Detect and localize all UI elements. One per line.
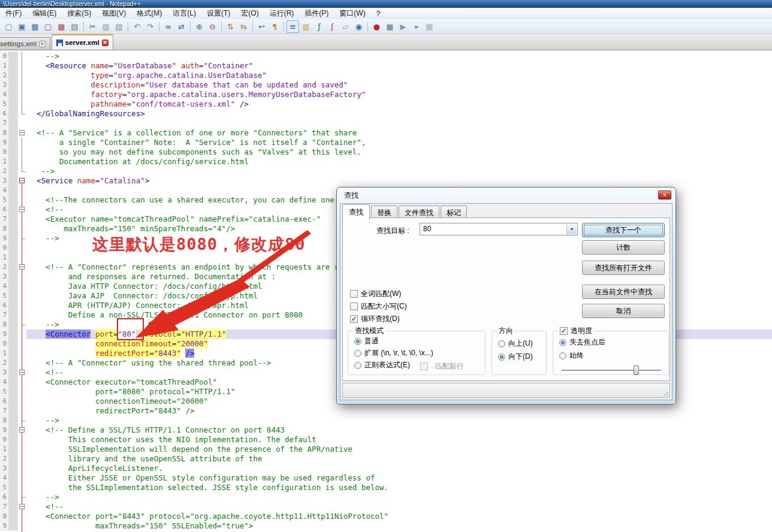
menu-item-窗口(W)[interactable]: 窗口(W) bbox=[334, 7, 370, 20]
editor-line[interactable]: 3 AprLifecycleListener. bbox=[0, 464, 772, 473]
tab-close-icon[interactable]: × bbox=[39, 41, 46, 47]
find-target-combobox[interactable]: 80 ▼ bbox=[420, 223, 578, 235]
cut-icon[interactable]: ✂ bbox=[86, 20, 99, 33]
radio-向下(D)[interactable]: 向下(D) bbox=[498, 352, 533, 362]
radio-普通[interactable]: 普通 bbox=[354, 336, 379, 346]
monitoring-eye-icon[interactable]: ◉ bbox=[352, 20, 365, 33]
stop-macro-icon[interactable]: ■ bbox=[384, 20, 396, 33]
radio-button[interactable] bbox=[559, 339, 566, 346]
editor-line[interactable]: 6 </GlobalNamingResources> bbox=[0, 109, 772, 119]
menu-item-搜索(S)[interactable]: 搜索(S) bbox=[62, 7, 96, 20]
doc-map-icon[interactable]: ▥ bbox=[300, 20, 312, 33]
find-dialog[interactable]: 查找 × 查找替换文件查找标记 查找目标 : 80 ▼ 查找下一个计数查找所有打… bbox=[336, 187, 676, 404]
run-macro-multiple-icon[interactable]: » bbox=[410, 20, 423, 33]
radio-button[interactable] bbox=[354, 350, 361, 357]
radio-失去焦点后[interactable]: 失去焦点后 bbox=[559, 337, 605, 347]
option-全词匹配(W)[interactable]: 全词匹配(W) bbox=[350, 288, 407, 300]
editor-line[interactable]: 2 library and the useOpenSSL attribute o… bbox=[0, 454, 772, 464]
radio-button[interactable] bbox=[559, 352, 566, 359]
radio-button[interactable] bbox=[354, 338, 361, 345]
editor-line[interactable]: 7 bbox=[0, 119, 772, 128]
menu-item-设置(T)[interactable]: 设置(T) bbox=[201, 7, 236, 20]
find-icon[interactable]: ∞ bbox=[162, 20, 174, 33]
editor-line[interactable]: 4 factory="org.apache.catalina.users.Mem… bbox=[0, 90, 772, 99]
undo-icon[interactable]: ↶ bbox=[131, 20, 143, 33]
editor-line[interactable]: 1 Documentation at /docs/config/service.… bbox=[0, 157, 772, 167]
checkbox[interactable]: ✓ bbox=[350, 315, 358, 323]
fold-collapse-icon[interactable] bbox=[19, 427, 25, 433]
editor-line[interactable]: 9 a single "Container" Note: A "Service"… bbox=[0, 138, 772, 147]
button-查找所有打开文件[interactable]: 查找所有打开文件 bbox=[582, 261, 665, 275]
show-all-chars-icon[interactable]: ¶ bbox=[269, 20, 281, 33]
fold-collapse-icon[interactable] bbox=[19, 370, 25, 375]
transparency-checkbox[interactable]: ✓ bbox=[560, 327, 568, 335]
menu-item-?[interactable]: ? bbox=[371, 8, 386, 19]
zoom-out-icon[interactable]: ⊖ bbox=[206, 20, 219, 33]
copy-icon[interactable]: ▥ bbox=[99, 20, 112, 33]
zoom-in-icon[interactable]: ⊕ bbox=[193, 20, 206, 33]
checkbox[interactable] bbox=[350, 290, 358, 298]
transparency-slider[interactable] bbox=[562, 367, 661, 373]
editor-line[interactable]: 7 redirectPort="8443" /> bbox=[0, 406, 772, 416]
matches-newline-checkbox[interactable] bbox=[420, 362, 428, 370]
plugin-icon[interactable]: ʃ bbox=[326, 20, 339, 33]
option-循环查找(D)[interactable]: ✓循环查找(D) bbox=[350, 313, 407, 325]
sync-horizontal-icon[interactable]: ⇆ bbox=[237, 20, 250, 33]
radio-扩展 (\n, \r, \t, \0, \x...)[interactable]: 扩展 (\n, \r, \t, \0, \x...) bbox=[354, 348, 433, 358]
function-list-icon[interactable]: ƒ bbox=[313, 20, 325, 33]
button-计数[interactable]: 计数 bbox=[582, 240, 665, 255]
editor-line[interactable]: 2 type="org.apache.catalina.UserDatabase… bbox=[0, 71, 772, 80]
file-tab-server.xml[interactable]: server.xml× bbox=[52, 34, 113, 50]
menu-item-格式(M)[interactable]: 格式(M) bbox=[131, 7, 167, 20]
play-macro-icon[interactable]: ▶ bbox=[397, 20, 409, 33]
paste-icon[interactable]: ▧ bbox=[113, 20, 125, 33]
editor-line[interactable]: 3 description="User database that can be… bbox=[0, 80, 772, 90]
editor-line[interactable]: 3 <Service name="Catalina"> bbox=[0, 176, 772, 186]
indent-guide-icon[interactable]: ≡ bbox=[287, 20, 299, 33]
radio-始终[interactable]: 始终 bbox=[559, 350, 584, 361]
menu-item-插件(P)[interactable]: 插件(P) bbox=[299, 7, 334, 20]
button-在当前文件中查找[interactable]: 在当前文件中查找 bbox=[582, 285, 665, 299]
new-file-icon[interactable]: ▢ bbox=[2, 20, 15, 33]
slider-thumb[interactable] bbox=[634, 365, 639, 375]
editor-line[interactable]: 7 <!-- bbox=[0, 502, 772, 512]
folder-workspace-icon[interactable]: ▱ bbox=[339, 20, 352, 33]
fold-collapse-icon[interactable] bbox=[19, 130, 25, 135]
editor-line[interactable]: 8 <!-- A "Service" is a collection of on… bbox=[0, 128, 772, 138]
menu-item-宏(O)[interactable]: 宏(O) bbox=[236, 7, 264, 20]
radio-button[interactable] bbox=[354, 362, 361, 369]
tab-close-icon[interactable]: × bbox=[102, 40, 108, 46]
save-macro-icon[interactable]: ▦ bbox=[423, 20, 436, 33]
dialog-tab-查找[interactable]: 查找 bbox=[342, 204, 370, 220]
fold-collapse-icon[interactable] bbox=[19, 207, 25, 212]
editor-line[interactable]: 1 SSLImplementation will depend on the p… bbox=[0, 445, 772, 454]
combobox-dropdown-icon[interactable]: ▼ bbox=[566, 224, 577, 234]
editor-line[interactable]: 5 the SSLImplementation selected. JSSE s… bbox=[0, 483, 772, 492]
radio-button[interactable] bbox=[498, 353, 505, 361]
replace-icon[interactable]: ⇄ bbox=[175, 20, 188, 33]
menu-item-运行(R)[interactable]: 运行(R) bbox=[264, 7, 300, 20]
radio-向上(U)[interactable]: 向上(U) bbox=[498, 338, 533, 349]
editor-line[interactable]: 1 <Resource name="UserDatabase" auth="Co… bbox=[0, 61, 772, 71]
editor-line[interactable]: 4 Either JSSE or OpenSSL style configura… bbox=[0, 473, 772, 483]
save-all-icon[interactable]: ▦ bbox=[29, 20, 41, 33]
editor-line[interactable]: 8 <Connector port="8443" protocol="org.a… bbox=[0, 512, 772, 521]
print-icon[interactable]: ▤ bbox=[68, 20, 81, 33]
fold-collapse-icon[interactable] bbox=[19, 264, 25, 270]
menu-item-编辑(E)[interactable]: 编辑(E) bbox=[27, 7, 62, 20]
fold-collapse-icon[interactable] bbox=[19, 178, 25, 183]
editor-line[interactable]: 2 --> bbox=[0, 167, 772, 176]
editor-line[interactable]: 9 <!-- Define a SSL/TLS HTTP/1.1 Connect… bbox=[0, 425, 772, 435]
menu-item-语言(L)[interactable]: 语言(L) bbox=[167, 7, 201, 20]
editor-line[interactable]: 9 maxThreads="150" SSLEnabled="true"> bbox=[0, 521, 772, 531]
close-file-icon[interactable]: ▢ bbox=[42, 20, 55, 33]
editor-line[interactable]: 6 --> bbox=[0, 492, 772, 502]
radio-正则表达式(E)[interactable]: 正则表达式(E) bbox=[354, 360, 410, 370]
editor-line[interactable]: 8 --> bbox=[0, 416, 772, 425]
menu-item-件(F)[interactable]: 件(F) bbox=[0, 7, 27, 20]
editor-line[interactable]: 0 This connector uses the NIO implementa… bbox=[0, 435, 772, 445]
dialog-close-button[interactable]: × bbox=[658, 191, 671, 200]
editor-line[interactable]: 0 --> bbox=[0, 52, 772, 61]
editor-line[interactable]: 0 so you may not define subcomponents su… bbox=[0, 147, 772, 157]
sync-vertical-icon[interactable]: ⇅ bbox=[224, 20, 237, 33]
